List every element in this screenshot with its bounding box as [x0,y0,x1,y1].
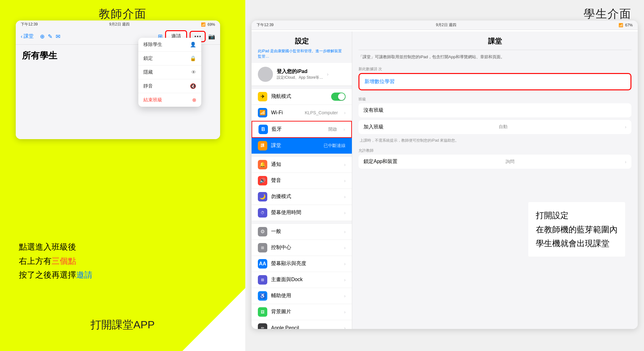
lock-app-value: 詢問 [506,159,514,165]
account-info: 登入您的iPad 設定iCloud、App Store等… [277,68,323,80]
screen-time-icon: ⏱ [258,208,267,218]
general-chevron-icon: › [344,229,346,234]
instruction-highlight-dots: 三個點 [52,256,76,266]
apple-pencil-label: Apple Pencil [271,325,338,329]
class-value-row: 沒有班級 [358,103,631,117]
ipad-managed-text: 此iPad 是由康樂國小監管和管理。進一步瞭解裝置監管… [252,48,352,63]
settings-row-dnd[interactable]: 🌙 勿擾模式 › [252,189,352,205]
instruction-highlight-invite: 邀請 [76,270,92,280]
student-battery: 67% [625,23,633,27]
settings-row-display[interactable]: AA 螢幕顯示與亮度 › [252,256,352,272]
nav-icons: ⊕ ✎ ✉ [40,33,60,40]
notifications-chevron-icon: › [344,162,346,167]
right-panel: 學生介面 下午12:39 9月2日 週四 📶 67% 設定 此iPad 是由康樂… [245,0,644,351]
settings-account-row[interactable]: 登入您的iPad 設定iCloud、App Store等… › [252,63,352,86]
instruction-line2-pre: 右上方有 [19,256,52,266]
join-class-label: 加入班級 [364,124,384,130]
teacher-time: 下午12:39 [21,22,38,27]
bluetooth-value: 開啟 [328,127,337,132]
teacher-battery: 69% [208,22,215,27]
teacher-status-right: 📶 69% [201,22,215,27]
settings-row-notifications[interactable]: 🔔 通知 › [252,156,352,173]
bluetooth-label: 藍牙 [272,126,325,133]
settings-row-sound[interactable]: 🔊 聲音 › [252,173,352,189]
detail-title: 課堂 [358,37,631,50]
edit-icon[interactable]: ✎ [48,33,53,40]
teacher-section-title: 教師介面 [0,0,245,22]
left-panel: 教師介面 下午12:39 9月2日 週四 📶 69% ‹ 課堂 ⊕ ✎ ✉ ⊞ [0,0,245,351]
camera-icon[interactable]: 📷 [208,33,215,40]
teacher-ipad-mockup: 下午12:39 9月2日 週四 📶 69% ‹ 課堂 ⊕ ✎ ✉ ⊞ 邀請 [16,20,220,139]
layers-icon[interactable]: ⊕ [40,33,45,40]
bluetooth-icon: B [258,125,268,134]
class-section-header: 班級 [358,94,631,103]
classroom-label: 課堂 [271,142,320,149]
settings-row-classroom[interactable]: 課 課堂 已中斷連線 [252,138,352,154]
lock-label: 鎖定 [143,55,153,61]
join-class-row[interactable]: 加入班級 自動 › [358,120,631,134]
settings-row-wifi[interactable]: 📶 Wi-Fi KLPS_Computer › [252,105,352,121]
airplane-icon: ✈ [258,92,267,101]
instruction-text-right: 打開設定 在教師機的藍芽範圍內 學生機就會出現課堂 [528,202,625,257]
display-chevron-icon: › [344,261,346,266]
mail-icon[interactable]: ✉ [56,33,60,40]
sound-chevron-icon: › [344,178,346,183]
allow-teacher-header: 允許教師 [358,145,631,155]
settings-row-apple-pencil[interactable]: ✏ Apple Pencil › [252,320,352,329]
instruction-line3-pre: 按了之後再選擇 [19,270,76,280]
new-student-button[interactable]: 新增數位學習 [364,78,625,85]
account-title: 登入您的iPad [277,68,323,75]
new-student-btn-container[interactable]: 新增數位學習 [358,73,631,90]
accessibility-label: 輔助使用 [271,292,338,299]
notifications-icon: 🔔 [258,160,267,169]
mute-icon: 🔇 [190,83,196,89]
home-screen-chevron-icon: › [344,277,346,282]
sound-icon: 🔊 [258,176,267,185]
instruction-line1: 點選進入班級後 [19,240,92,254]
accessibility-icon: ♿ [258,291,267,301]
person-icon: 👤 [190,42,196,48]
airplane-label: 飛航模式 [271,93,327,100]
right-instruction-line2: 在教師機的藍芽範圍內 [536,223,618,236]
instruction-line3: 按了之後再選擇邀請 [19,268,92,282]
dropdown-item-mute[interactable]: 靜音 🔇 [138,79,201,93]
settings-section-general: ⚙ 一般 › ⊞ 控制中心 › AA 螢幕顯示與亮度 › [252,224,352,329]
instruction-line2: 右上方有三個點 [19,254,92,268]
dropdown-item-hide[interactable]: 隱藏 👁 [138,65,201,79]
settings-row-bluetooth[interactable]: B 藍牙 開啟 › [252,121,352,138]
teacher-wifi-icon: 📶 [201,22,206,27]
new-student-section-header: 新此數據請 次 [358,64,631,73]
control-center-icon: ⊞ [258,243,267,252]
nav-back-label: 課堂 [24,33,34,40]
join-class-value: 自動 [499,124,508,130]
settings-row-accessibility[interactable]: ♿ 輔助使用 › [252,288,352,304]
settings-row-home-screen[interactable]: ⊞ 主畫面與Dock › [252,272,352,288]
settings-row-control-center[interactable]: ⊞ 控制中心 › [252,240,352,256]
right-instruction-line3: 學生機就會出現課堂 [536,236,618,250]
dropdown-item-end-class[interactable]: 結束班級 ⊗ [138,93,201,107]
airplane-toggle[interactable] [331,93,346,101]
dropdown-item-lock[interactable]: 鎖定 🔒 [138,52,201,65]
home-screen-icon: ⊞ [258,275,267,285]
dropdown-item-remove[interactable]: 移除學生 👤 [138,38,201,52]
wifi-icon: 📶 [258,108,267,117]
settings-sidebar: 設定 此iPad 是由康樂國小監管和管理。進一步瞭解裝置監管… 登入您的iPad… [252,31,352,329]
account-subtitle: 設定iCloud、App Store等… [277,75,323,80]
settings-row-airplane[interactable]: ✈ 飛航模式 [252,88,352,105]
settings-section-system: 🔔 通知 › 🔊 聲音 › 🌙 勿擾模式 › [252,156,352,221]
lock-app-row[interactable]: 鎖定App和裝置 詢問 › [358,155,631,169]
control-center-chevron-icon: › [344,245,346,250]
wifi-label: Wi-Fi [271,110,301,116]
teacher-ipad-content: 所有學生 移除學生 👤 鎖定 🔒 隱藏 👁 靜音 🔇 [16,45,220,139]
settings-row-screen-time[interactable]: ⏱ 螢幕使用時間 › [252,205,352,221]
screen-time-label: 螢幕使用時間 [271,209,338,216]
instruction-text-left: 點選進入班級後 右上方有三個點 按了之後再選擇邀請 [19,240,92,282]
wifi-value: KLPS_Computer [305,110,338,115]
dropdown-menu: 移除學生 👤 鎖定 🔒 隱藏 👁 靜音 🔇 結束班級 ⊗ [138,38,201,107]
nav-back-button[interactable]: ‹ 課堂 [21,33,34,40]
end-class-label: 結束班級 [143,97,162,103]
teacher-status-bar: 下午12:39 9月2日 週四 📶 69% [16,20,220,28]
settings-row-wallpaper[interactable]: 🖼 背景圖片 › [252,304,352,320]
class-value-label: 沒有班級 [364,107,384,114]
settings-row-general[interactable]: ⚙ 一般 › [252,224,352,240]
